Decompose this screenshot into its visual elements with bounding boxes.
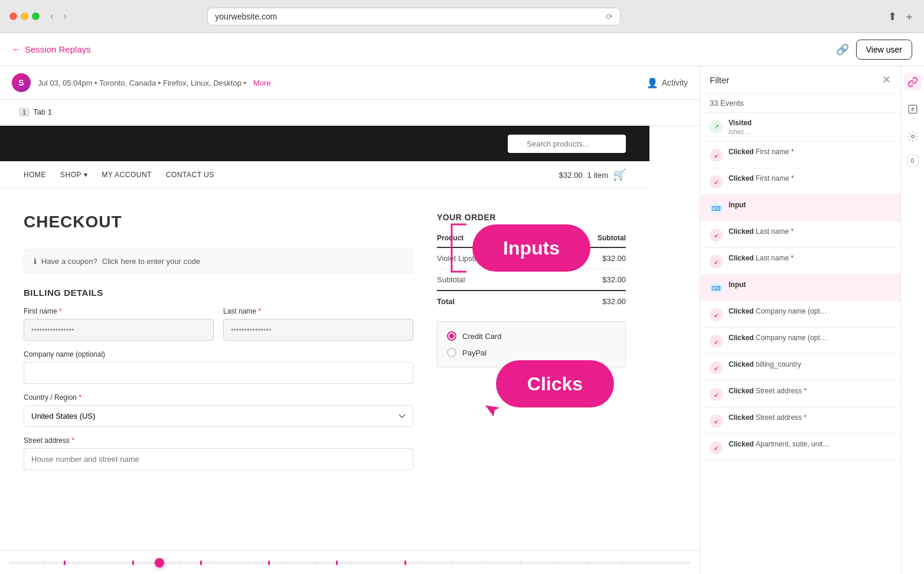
company-input[interactable]	[24, 362, 413, 384]
share-button[interactable]: ⬆	[888, 9, 897, 24]
far-right-panel: 0	[900, 66, 924, 574]
search-input[interactable]	[508, 135, 626, 153]
nav-shop[interactable]: SHOP	[60, 171, 87, 179]
forward-nav-button[interactable]: ›	[60, 9, 70, 24]
panel-icon-link[interactable]	[904, 73, 922, 91]
event-clicked-company-1[interactable]: ↙ Clicked Company name (opt…	[700, 301, 900, 328]
checkout-content: CHECKOUT ℹ Have a coupon? Click here to …	[0, 189, 649, 503]
event-visited[interactable]: ↗ Visited /chec…	[700, 113, 900, 142]
last-name-input[interactable]	[223, 319, 413, 341]
link-icon-button[interactable]: 🔗	[836, 43, 849, 56]
event-clicked-billing-country[interactable]: ↙ Clicked billing_country	[700, 354, 900, 381]
coupon-text: Have a coupon?	[41, 257, 97, 266]
session-header-right: 👤 Activity	[647, 77, 688, 89]
name-row: First name * Last name *	[24, 307, 413, 341]
clicked-icon-3: ↙	[710, 229, 723, 242]
nav-home[interactable]: HOME	[24, 171, 46, 179]
browser-chrome: ‹ › yourwebsite.com ⟳ ⬆ ＋	[0, 0, 924, 33]
col-product: Product	[437, 229, 565, 247]
nav-contact[interactable]: CONTACT US	[166, 171, 214, 179]
address-text: yourwebsite.com	[215, 12, 277, 21]
tab-1[interactable]: 1 Tab 1	[12, 100, 59, 126]
clicked-icon-2: ↙	[710, 175, 723, 188]
tab-number: 1	[19, 107, 30, 117]
nav-my-account[interactable]: MY ACCOUNT	[102, 171, 152, 179]
session-meta: Jul 03, 05:04pm • Toronto, Canada • Fire…	[38, 79, 246, 87]
clicked-field-3: Last name *	[756, 227, 794, 236]
event-content: Visited /chec…	[729, 119, 891, 135]
event-type-clicked-8: Clicked Street address *	[729, 387, 891, 395]
payment-paypal[interactable]: PayPal	[447, 348, 616, 357]
event-clicked-lastname-2[interactable]: ↙ Clicked Last name *	[700, 248, 900, 275]
event-type-clicked-2: Clicked First name *	[729, 174, 891, 182]
country-select[interactable]: United States (US)	[24, 405, 413, 427]
timeline-playhead[interactable]	[155, 558, 164, 568]
event-content-8: Clicked Street address *	[729, 387, 891, 395]
events-count: 33 Events	[700, 94, 900, 113]
event-type-clicked-1: Clicked First name *	[729, 148, 891, 156]
maximize-button[interactable]	[32, 12, 40, 20]
event-detail-visited: /chec…	[729, 128, 891, 135]
clicked-icon-5: ↙	[710, 308, 723, 321]
search-wrapper: 🔍	[508, 135, 626, 153]
panel-icon-settings[interactable]	[904, 128, 922, 145]
panel-icon-chart[interactable]	[904, 100, 922, 118]
clicked-icon-6: ↙	[710, 335, 723, 348]
order-title: YOUR ORDER	[437, 213, 626, 222]
event-clicked-company-2[interactable]: ↙ Clicked Company name (opt…	[700, 328, 900, 354]
credit-card-label: Credit Card	[462, 332, 501, 341]
event-clicked-firstname-2[interactable]: ↙ Clicked First name *	[700, 168, 900, 195]
session-more-link[interactable]: More	[253, 79, 271, 87]
event-type-clicked-3: Clicked Last name *	[729, 227, 891, 236]
input-icon-2: ⌨	[710, 282, 723, 295]
view-user-button[interactable]: View user	[856, 40, 912, 60]
tab-bar: 1 Tab 1	[0, 100, 700, 126]
address-bar[interactable]: yourwebsite.com ⟳	[207, 8, 621, 25]
event-type-input-2: Input	[729, 281, 891, 289]
event-content-10: Clicked Apartment, suite, unit…	[729, 440, 891, 448]
clicked-field-8: Street address *	[756, 387, 807, 395]
event-type-input-1: Input	[729, 201, 891, 209]
timeline-track[interactable]	[9, 562, 690, 564]
close-filter-button[interactable]: ✕	[882, 73, 891, 86]
minimize-button[interactable]	[21, 12, 28, 20]
street-input[interactable]	[24, 448, 413, 470]
first-name-input[interactable]	[24, 319, 214, 341]
event-input-2[interactable]: ⌨ Input	[700, 275, 900, 301]
event-content-7: Clicked billing_country	[729, 360, 891, 368]
new-tab-button[interactable]: ＋	[904, 9, 915, 24]
event-content-6: Clicked Company name (opt…	[729, 334, 891, 342]
activity-button[interactable]: 👤 Activity	[647, 77, 688, 89]
event-clicked-firstname-1[interactable]: ↙ Clicked First name *	[700, 142, 900, 168]
cart-icon[interactable]: 🛒	[613, 168, 626, 181]
billing-title: BILLING DETAILS	[24, 288, 413, 298]
payment-credit-card[interactable]: Credit Card	[447, 331, 616, 341]
event-clicked-street-1[interactable]: ↙ Clicked Street address *	[700, 381, 900, 407]
session-header: S Jul 03, 05:04pm • Toronto, Canada • Fi…	[0, 66, 700, 100]
billing-section: BILLING DETAILS First name *	[24, 288, 413, 480]
close-button[interactable]	[9, 12, 17, 20]
clicked-icon-4: ↙	[710, 255, 723, 268]
event-clicked-lastname-1[interactable]: ↙ Clicked Last name *	[700, 221, 900, 248]
last-name-label: Last name *	[223, 307, 413, 315]
event-content-9: Clicked Street address *	[729, 413, 891, 422]
user-icon: 👤	[647, 77, 658, 89]
reload-button[interactable]: ⟳	[606, 12, 613, 21]
event-content-3: Clicked Last name *	[729, 227, 891, 236]
company-label: Company name (optional)	[24, 350, 413, 358]
cart-items: 1 item	[587, 171, 608, 180]
clicked-icon-10: ↙	[710, 441, 723, 454]
clicked-field-4: Last name *	[756, 254, 794, 262]
event-content-4: Clicked Last name *	[729, 254, 891, 262]
clicked-icon-7: ↙	[710, 361, 723, 374]
coupon-link[interactable]: Click here to enter your code	[102, 257, 200, 266]
event-clicked-apartment[interactable]: ↙ Clicked Apartment, suite, unit…	[700, 434, 900, 461]
event-clicked-street-2[interactable]: ↙ Clicked Street address *	[700, 407, 900, 434]
input-icon-1: ⌨	[710, 202, 723, 215]
event-type-clicked-10: Clicked Apartment, suite, unit…	[729, 440, 891, 448]
back-nav-button[interactable]: ‹	[47, 9, 57, 24]
event-input-1[interactable]: ⌨ Input	[700, 195, 900, 221]
back-to-session-replays[interactable]: ← Session Replays	[12, 44, 91, 55]
nav-arrows: ‹ ›	[47, 9, 70, 24]
event-type-clicked-7: Clicked billing_country	[729, 360, 891, 368]
